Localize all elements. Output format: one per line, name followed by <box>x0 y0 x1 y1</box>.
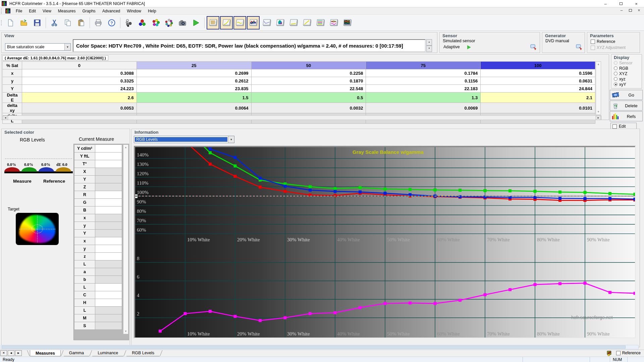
run-measures-button[interactable] <box>190 16 202 29</box>
color-temp-view-button[interactable] <box>260 16 273 29</box>
tab-gamma[interactable]: Gamma <box>64 350 89 356</box>
rgb-levels-view-button[interactable] <box>247 16 260 29</box>
edit-colors-icon[interactable] <box>606 350 612 356</box>
radio-label: XYZ <box>619 71 627 76</box>
scrollbar-thumb[interactable] <box>2 346 626 349</box>
radio-icon <box>614 77 618 81</box>
saturation-view-icon <box>329 19 338 27</box>
delete-button[interactable]: Delete <box>610 101 643 111</box>
measure-grayscale-button[interactable] <box>122 16 135 29</box>
measure-table-scrollbar[interactable]: ▲▼ <box>123 144 128 334</box>
mdi-close-button[interactable]: × <box>636 8 642 13</box>
gamut-view-button[interactable] <box>301 16 313 29</box>
watermark: hcfr.sourceforge.net <box>571 315 613 320</box>
tab-close-button[interactable]: ✕ <box>0 350 7 356</box>
menu-item-measures[interactable]: Measures <box>55 8 79 14</box>
information-graph-select[interactable]: RGB Levels ▼ <box>134 136 234 143</box>
checkbox-icon <box>591 46 595 50</box>
cut-button[interactable] <box>48 16 61 29</box>
measure-row-label: a <box>74 268 95 276</box>
menu-item-edit[interactable]: Edit <box>25 8 39 14</box>
measure-row-label: y <box>74 222 95 230</box>
y-axis-tick: 140% <box>137 152 149 158</box>
generator-config-icon[interactable] <box>576 44 583 51</box>
sensor-config-icon[interactable] <box>530 44 537 51</box>
table-vertical-scrollbar[interactable]: ▲▼ <box>596 61 601 115</box>
minimize-button[interactable]: – <box>598 0 613 7</box>
refs-button[interactable]: Refs <box>610 111 643 121</box>
print-button[interactable] <box>92 16 105 29</box>
cie-diagram-view-button[interactable] <box>274 16 286 29</box>
table-horizontal-scrollbar[interactable]: ◄ ► <box>2 115 601 120</box>
rgb-levels-mini-chart: 0.0%0.0%0.0%dE 0.0 <box>4 163 73 175</box>
close-button[interactable]: × <box>629 0 644 7</box>
menu-item-window[interactable]: Window <box>123 8 145 14</box>
generator-panel-title: Generator <box>545 33 566 38</box>
mdi-restore-button[interactable] <box>627 8 633 13</box>
view-info-spinner[interactable]: ▲ ▼ <box>426 39 432 52</box>
open-file-button[interactable] <box>17 16 30 29</box>
spin-up-icon[interactable]: ▲ <box>426 39 432 46</box>
mdi-minimize-button[interactable]: – <box>619 8 625 13</box>
reference-toggle-checkbox[interactable]: Reference <box>616 351 641 355</box>
contrast-view-button[interactable] <box>287 16 300 29</box>
tab-scroll-right-button[interactable]: ► <box>15 350 22 356</box>
measure-secondaries-button[interactable] <box>149 16 162 29</box>
measure-row-label: M <box>74 314 95 322</box>
radio-rgb[interactable]: RGB <box>614 66 633 71</box>
sat-cell: 0.0032 <box>251 103 366 113</box>
chevron-down-icon[interactable]: ▼ <box>228 136 234 143</box>
reference-checkbox[interactable]: Reference <box>591 39 615 44</box>
grid-view-button[interactable] <box>207 16 219 29</box>
x-axis-label: 80% White <box>537 331 560 337</box>
measure-row-value <box>95 160 122 168</box>
measure-free-button[interactable] <box>163 16 175 29</box>
go-button[interactable]: Go <box>610 90 643 100</box>
tab-luminance[interactable]: Luminance <box>92 350 123 356</box>
snapshot-button[interactable] <box>176 16 189 29</box>
luminance-view-button[interactable] <box>233 16 246 29</box>
chevron-down-icon[interactable]: ▼ <box>64 44 70 50</box>
radio-xyy[interactable]: xyY <box>614 82 633 87</box>
copy-button[interactable] <box>61 16 74 29</box>
paste-button[interactable] <box>75 16 88 29</box>
horizontal-scrollbar[interactable] <box>1 345 639 349</box>
saturation-view-button[interactable] <box>327 16 340 29</box>
menu-item-file[interactable]: File <box>12 8 25 14</box>
reference-100-line <box>135 196 635 196</box>
radio-xyz[interactable]: XYZ <box>614 71 633 76</box>
measure-row-label: z <box>74 253 95 260</box>
scroll-left-icon[interactable]: ◄ <box>3 116 8 120</box>
measure-row: Y <box>74 176 122 183</box>
save-file-button[interactable] <box>31 16 44 29</box>
menu-item-view[interactable]: View <box>39 8 55 14</box>
measure-primaries-button[interactable] <box>136 16 149 29</box>
radio-xyz[interactable]: xyz <box>614 76 633 81</box>
sat-cell: 23.835 <box>137 85 251 93</box>
menu-item-advanced[interactable]: Advanced <box>99 8 123 14</box>
tab-rgb-levels[interactable]: RGB Levels <box>126 350 160 356</box>
menu-item-help[interactable]: Help <box>145 8 160 14</box>
tab-measures[interactable]: Measures <box>30 350 61 356</box>
window-title: HCFR Colorimeter - 3.5.1.4 - [Hisense 65… <box>9 1 145 6</box>
document-icon[interactable] <box>5 8 10 13</box>
level-value: dE 0.0 <box>56 162 67 167</box>
open-file-icon <box>19 19 28 27</box>
scroll-right-icon[interactable]: ► <box>596 116 601 120</box>
sensor-play-icon[interactable] <box>467 45 471 49</box>
display-panel-title: Display <box>614 55 629 60</box>
gamma-view-icon <box>222 19 231 27</box>
save-file-icon <box>33 19 42 27</box>
gamma-view-button[interactable] <box>220 16 233 29</box>
spin-down-icon[interactable]: ▼ <box>426 46 432 52</box>
tab-scroll-left-button[interactable]: ◄ <box>8 350 14 356</box>
help-button[interactable]: ? <box>105 16 118 29</box>
spectrum-view-button[interactable] <box>341 16 354 29</box>
saturation-scale-select[interactable]: Blue saturation scale ▼ <box>5 43 71 51</box>
menu-item-graphs[interactable]: Graphs <box>79 8 99 14</box>
near-black-view-button[interactable] <box>314 16 327 29</box>
level-bump <box>21 167 37 172</box>
restore-button[interactable] <box>613 0 629 7</box>
measure-row-label: y <box>74 245 95 253</box>
new-file-button[interactable] <box>4 16 17 29</box>
